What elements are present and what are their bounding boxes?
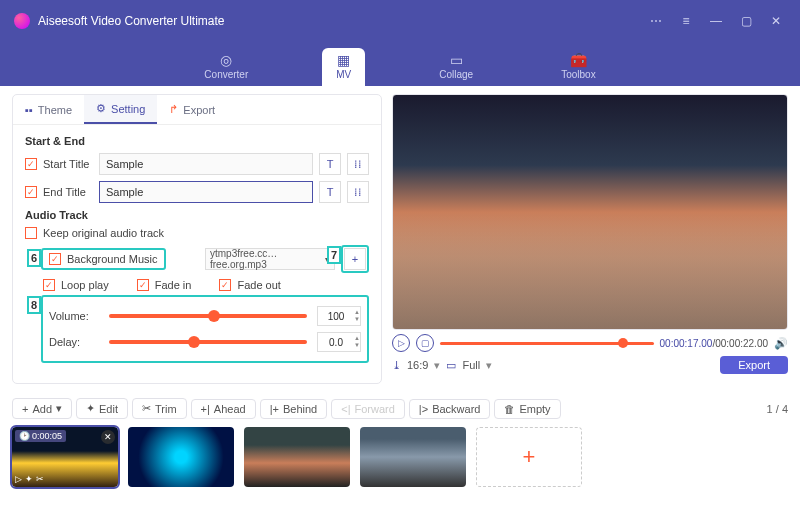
del-up[interactable]: ▲ — [354, 335, 360, 342]
clip-thumb-1[interactable]: 🕑0:00:05 ✕ ▷✦✂ — [12, 427, 118, 487]
bgm-file-dropdown[interactable]: ytmp3free.cc…free.org.mp3 ▾ — [205, 248, 335, 270]
highlight-8: 8 Volume: 100▲▼ Delay: 0.0▲▼ — [41, 295, 369, 363]
end-title-position-button[interactable]: ⁞⁞ — [347, 181, 369, 203]
minimize-icon[interactable]: — — [706, 14, 726, 28]
hl-8-num: 8 — [27, 296, 41, 314]
backward-icon: |> — [419, 403, 428, 415]
chat-icon[interactable]: ⋯ — [646, 14, 666, 28]
loop-label: Loop play — [61, 279, 109, 291]
scissors-icon: ✂ — [142, 402, 151, 415]
snapshot-icon[interactable]: ⤓ — [392, 359, 401, 372]
app-logo — [14, 13, 30, 29]
chevron-down-icon: ▾ — [56, 402, 62, 415]
plus-icon: + — [523, 444, 536, 470]
nav-converter[interactable]: ◎Converter — [190, 48, 262, 86]
hl-7-num: 7 — [327, 246, 341, 264]
volume-value: 100 — [318, 311, 354, 322]
empty-button[interactable]: 🗑Empty — [494, 399, 560, 419]
top-nav: ◎Converter ▦MV ▭Collage 🧰Toolbox — [0, 42, 800, 86]
play-button[interactable]: ▷ — [392, 334, 410, 352]
tab-theme[interactable]: ▪▪Theme — [13, 95, 84, 124]
keep-original-checkbox[interactable]: ✓ — [25, 227, 37, 239]
converter-icon: ◎ — [220, 52, 232, 68]
nav-collage[interactable]: ▭Collage — [425, 48, 487, 86]
highlight-6: 6 ✓ Background Music — [41, 248, 166, 270]
start-title-font-button[interactable]: T — [319, 153, 341, 175]
start-title-input[interactable] — [99, 153, 313, 175]
add-clip-button[interactable]: + — [476, 427, 582, 487]
panel-tabs: ▪▪Theme ⚙Setting ↱Export — [13, 95, 381, 125]
edit-mini-icon[interactable]: ✦ — [25, 474, 33, 484]
display-icon[interactable]: ▭ — [446, 359, 456, 372]
ahead-icon: +| — [201, 403, 210, 415]
bgm-file-value: ytmp3free.cc…free.org.mp3 — [210, 248, 325, 270]
bgm-checkbox[interactable]: ✓ — [49, 253, 61, 265]
volume-icon[interactable]: 🔊 — [774, 337, 788, 350]
tab-export[interactable]: ↱Export — [157, 95, 227, 124]
video-preview[interactable] — [392, 94, 788, 330]
behind-icon: |+ — [270, 403, 279, 415]
ahead-button[interactable]: +|Ahead — [191, 399, 256, 419]
playback-progress[interactable] — [440, 342, 654, 345]
delay-slider[interactable] — [109, 340, 307, 344]
nav-mv[interactable]: ▦MV — [322, 48, 365, 86]
aspect-label[interactable]: 16:9 — [407, 359, 428, 371]
start-title-position-button[interactable]: ⁞⁞ — [347, 153, 369, 175]
trim-mini-icon[interactable]: ✂ — [36, 474, 44, 484]
clock-icon: 🕑 — [19, 431, 30, 441]
grid-icon: ▪▪ — [25, 104, 33, 116]
clip-remove-button[interactable]: ✕ — [101, 430, 115, 444]
volume-label: Volume: — [49, 310, 99, 322]
clip-thumb-2[interactable] — [128, 427, 234, 487]
display-label[interactable]: Full — [462, 359, 480, 371]
delay-label: Delay: — [49, 336, 99, 348]
play-mini-icon[interactable]: ▷ — [15, 474, 22, 484]
tab-label: Setting — [111, 103, 145, 115]
export-icon: ↱ — [169, 103, 178, 116]
volume-slider[interactable] — [109, 314, 307, 318]
vol-dn[interactable]: ▼ — [354, 316, 360, 323]
backward-button[interactable]: |>Backward — [409, 399, 491, 419]
wand-icon: ✦ — [86, 402, 95, 415]
loop-checkbox[interactable]: ✓ — [43, 279, 55, 291]
volume-spinner[interactable]: 100▲▼ — [317, 306, 361, 326]
nav-toolbox[interactable]: 🧰Toolbox — [547, 48, 609, 86]
chevron-down-icon[interactable]: ▾ — [486, 359, 492, 372]
menu-icon[interactable]: ≡ — [676, 14, 696, 28]
titlebar: Aiseesoft Video Converter Ultimate ⋯ ≡ —… — [0, 0, 800, 42]
plus-icon: + — [22, 403, 28, 415]
maximize-icon[interactable]: ▢ — [736, 14, 756, 28]
behind-button[interactable]: |+Behind — [260, 399, 328, 419]
close-icon[interactable]: ✕ — [766, 14, 786, 28]
stop-button[interactable]: ▢ — [416, 334, 434, 352]
trim-button[interactable]: ✂Trim — [132, 398, 187, 419]
nav-label: Converter — [204, 69, 248, 80]
chevron-down-icon[interactable]: ▾ — [434, 359, 440, 372]
tab-label: Theme — [38, 104, 72, 116]
add-button[interactable]: +Add▾ — [12, 398, 72, 419]
delay-spinner[interactable]: 0.0▲▼ — [317, 332, 361, 352]
edit-button[interactable]: ✦Edit — [76, 398, 128, 419]
end-title-font-button[interactable]: T — [319, 181, 341, 203]
bgm-add-button[interactable]: + — [344, 248, 366, 270]
forward-button[interactable]: <|Forward — [331, 399, 405, 419]
trash-icon: 🗑 — [504, 403, 515, 415]
export-button[interactable]: Export — [720, 356, 788, 374]
tab-setting[interactable]: ⚙Setting — [84, 95, 157, 124]
delay-value: 0.0 — [318, 337, 354, 348]
section-audio: Audio Track — [25, 209, 369, 221]
nav-label: Toolbox — [561, 69, 595, 80]
hl-6-num: 6 — [27, 249, 41, 267]
clip-thumb-3[interactable] — [244, 427, 350, 487]
end-title-input[interactable] — [99, 181, 313, 203]
start-title-label: Start Title — [43, 158, 93, 170]
nav-label: MV — [336, 69, 351, 80]
vol-up[interactable]: ▲ — [354, 309, 360, 316]
clip-thumb-4[interactable] — [360, 427, 466, 487]
fadein-checkbox[interactable]: ✓ — [137, 279, 149, 291]
del-dn[interactable]: ▼ — [354, 342, 360, 349]
start-title-checkbox[interactable]: ✓ — [25, 158, 37, 170]
thumbnail-strip: 🕑0:00:05 ✕ ▷✦✂ + — [0, 425, 800, 497]
end-title-checkbox[interactable]: ✓ — [25, 186, 37, 198]
fadeout-checkbox[interactable]: ✓ — [219, 279, 231, 291]
